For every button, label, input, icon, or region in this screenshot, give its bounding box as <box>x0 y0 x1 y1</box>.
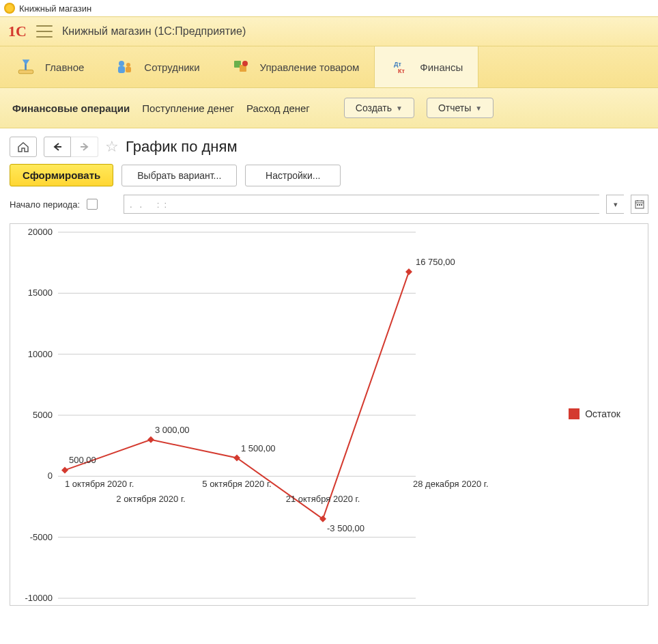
svg-point-8 <box>242 61 248 66</box>
run-report-button[interactable]: Сформировать <box>10 164 113 186</box>
svg-text:28 декабря 2020 г.: 28 декабря 2020 г. <box>413 479 489 489</box>
settings-button[interactable]: Настройки... <box>245 165 341 186</box>
app-title: Книжный магазин (1С:Предприятие) <box>62 25 246 38</box>
favorite-star-icon[interactable]: ☆ <box>105 138 119 156</box>
svg-rect-15 <box>637 204 638 206</box>
legend-color-swatch <box>569 408 580 419</box>
chevron-down-icon: ▼ <box>396 104 403 112</box>
svg-text:-3 500,00: -3 500,00 <box>327 523 364 533</box>
svg-text:2 октября 2020 г.: 2 октября 2020 г. <box>116 494 185 504</box>
toolbar-row: ☆ График по дням <box>0 128 658 161</box>
action-row: Сформировать Выбрать вариант... Настройк… <box>0 161 658 193</box>
choose-variant-button[interactable]: Выбрать вариант... <box>121 165 237 186</box>
create-button-label: Создать <box>356 102 392 113</box>
period-row: Начало периода: ▾ <box>0 193 658 221</box>
chart-legend: Остаток <box>569 408 620 419</box>
svg-text:5000: 5000 <box>33 410 53 420</box>
nav-tab-label: Главное <box>45 61 84 73</box>
reports-button[interactable]: Отчеты ▼ <box>427 98 494 118</box>
people-icon <box>114 57 136 76</box>
page-title: График по дням <box>126 138 238 156</box>
nav-tab-goods[interactable]: Управление товаром <box>215 46 375 87</box>
window-title-text: Книжный магазин <box>19 3 91 14</box>
svg-rect-3 <box>118 66 125 73</box>
svg-point-2 <box>119 61 124 66</box>
chevron-down-icon: ▾ <box>614 200 618 209</box>
calendar-button[interactable] <box>631 195 648 214</box>
nav-tab-finance[interactable]: Дт Кт Финансы <box>374 46 478 87</box>
svg-text:500,00: 500,00 <box>69 455 96 465</box>
subnav-link-expense[interactable]: Расход денег <box>246 102 310 114</box>
period-start-input[interactable] <box>124 195 599 214</box>
home-button[interactable] <box>10 137 37 157</box>
svg-text:Кт: Кт <box>398 68 405 74</box>
nav-tab-label: Финансы <box>420 61 463 73</box>
back-button[interactable] <box>44 137 71 157</box>
finance-icon: Дт Кт <box>390 57 412 76</box>
nav-tabs: Главное Сотрудники Управление товаром Дт <box>0 46 658 88</box>
create-button[interactable]: Создать ▼ <box>344 98 414 118</box>
svg-text:3 000,00: 3 000,00 <box>155 425 190 435</box>
svg-text:-10000: -10000 <box>25 593 53 603</box>
svg-text:0: 0 <box>48 471 53 481</box>
home-icon <box>17 141 29 152</box>
arrow-right-icon <box>79 142 90 152</box>
calendar-icon <box>635 199 644 209</box>
svg-text:Дт: Дт <box>394 61 401 68</box>
period-label: Начало периода: <box>10 199 80 210</box>
menu-icon[interactable] <box>36 25 53 38</box>
subnav-bar: Финансовые операции Поступление денег Ра… <box>0 88 658 128</box>
svg-rect-17 <box>641 204 642 206</box>
app-icon <box>4 3 15 14</box>
svg-text:1 октября 2020 г.: 1 октября 2020 г. <box>65 479 134 489</box>
svg-rect-0 <box>18 70 33 73</box>
svg-text:15000: 15000 <box>28 288 53 298</box>
window-title-bar: Книжный магазин <box>0 0 658 16</box>
nav-history-group <box>44 137 98 157</box>
subnav-link-income[interactable]: Поступление денег <box>142 102 234 114</box>
svg-text:1 500,00: 1 500,00 <box>241 443 276 453</box>
reports-button-label: Отчеты <box>438 102 471 113</box>
header-bar: 1C Книжный магазин (1С:Предприятие) <box>0 16 658 46</box>
svg-point-4 <box>126 63 130 67</box>
arrow-left-icon <box>52 142 63 152</box>
chart-container: -10000-500005000100001500020000500,001 о… <box>10 223 648 606</box>
svg-text:10000: 10000 <box>28 349 53 359</box>
logo-1c: 1C <box>8 23 27 40</box>
goods-icon <box>230 57 252 76</box>
legend-label: Остаток <box>585 408 620 419</box>
svg-text:-5000: -5000 <box>30 532 53 542</box>
line-chart: -10000-500005000100001500020000500,001 о… <box>10 224 648 605</box>
svg-rect-5 <box>126 67 131 72</box>
svg-rect-16 <box>639 204 640 206</box>
chevron-down-icon: ▼ <box>475 104 482 112</box>
nav-tab-label: Управление товаром <box>260 61 360 73</box>
subnav-link-operations[interactable]: Финансовые операции <box>12 102 130 114</box>
svg-text:20000: 20000 <box>28 227 53 237</box>
period-checkbox[interactable] <box>87 199 98 210</box>
forward-button[interactable] <box>71 137 98 157</box>
svg-text:5 октября 2020 г.: 5 октября 2020 г. <box>202 479 271 489</box>
svg-text:21 октября 2020 г.: 21 октября 2020 г. <box>286 494 360 504</box>
nav-tab-staff[interactable]: Сотрудники <box>99 46 214 87</box>
svg-text:16 750,00: 16 750,00 <box>416 257 455 267</box>
lamp-icon <box>15 57 37 76</box>
nav-tab-main[interactable]: Главное <box>0 46 99 87</box>
nav-tab-label: Сотрудники <box>144 61 199 73</box>
dropdown-button[interactable]: ▾ <box>606 195 624 214</box>
